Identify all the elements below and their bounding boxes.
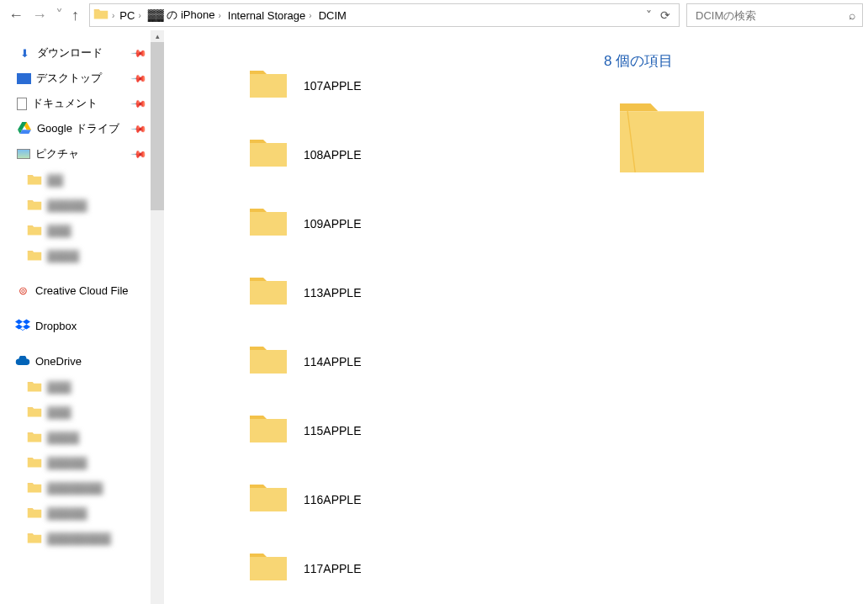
sidebar-item-dropbox[interactable]: Dropbox	[0, 313, 164, 338]
addressbar-collapse-button[interactable]: ˅	[646, 8, 652, 22]
search-input[interactable]	[694, 8, 849, 23]
sidebar-subitem[interactable]: ▓▓▓	[0, 217, 164, 242]
chevron-right-icon: ›	[218, 11, 220, 20]
sidebar-item-gdrive[interactable]: Google ドライブ 📌	[0, 116, 164, 141]
toolbar: ← → ˅ ↑ › PC› ▓▓ の iPhone› Internal Stor…	[0, 0, 868, 30]
folder-icon	[248, 412, 288, 449]
folder-icon	[27, 429, 42, 444]
sidebar-item-label: ▓▓▓▓▓▓▓▓	[47, 532, 111, 544]
sidebar-subitem[interactable]: ▓▓▓▓▓	[0, 500, 164, 525]
sidebar-subitem[interactable]: ▓▓▓▓	[0, 424, 164, 449]
folder-icon	[27, 530, 42, 545]
nav-forward-button[interactable]: →	[32, 8, 47, 23]
sidebar-item-creative-cloud[interactable]: ⊚ Creative Cloud File	[0, 278, 164, 303]
search-bar[interactable]: ⌕	[686, 3, 863, 27]
folder-item[interactable]: 116APPLE	[248, 465, 574, 534]
breadcrumb-item[interactable]: Internal Storage›	[226, 9, 314, 22]
sidebar-subitem[interactable]: ▓▓▓	[0, 374, 164, 399]
nav-recent-dropdown[interactable]: ˅	[56, 8, 63, 23]
sidebar-item-label: ▓▓▓▓▓▓▓	[47, 481, 103, 494]
folder-item[interactable]: 108APPLE	[248, 120, 574, 189]
folder-icon	[248, 343, 288, 380]
gdrive-icon	[17, 121, 32, 136]
folder-icon	[248, 274, 288, 311]
download-icon: ⬇	[17, 45, 32, 61]
folder-name: 114APPLE	[304, 355, 362, 368]
sidebar-item-label: ▓▓	[47, 173, 63, 186]
folder-icon	[616, 96, 851, 183]
breadcrumb-item[interactable]: PC›	[118, 9, 142, 22]
folder-icon	[248, 481, 288, 518]
chevron-right-icon: ›	[112, 11, 114, 20]
chevron-right-icon: ›	[138, 11, 140, 20]
sidebar-item-label: ▓▓▓	[47, 380, 71, 393]
sidebar-subitem[interactable]: ▓▓▓▓	[0, 242, 164, 268]
folder-icon	[248, 136, 288, 173]
nav-back-button[interactable]: ←	[8, 8, 24, 23]
content-area: 107APPLE 108APPLE 109APPLE 113APPLE 114A…	[164, 30, 868, 604]
folder-name: 117APPLE	[304, 562, 362, 575]
folder-item[interactable]: 109APPLE	[248, 189, 574, 258]
folder-item[interactable]: 107APPLE	[248, 51, 574, 120]
sidebar-item-desktop[interactable]: デスクトップ 📌	[0, 66, 164, 91]
folder-name: 107APPLE	[304, 79, 362, 93]
folder-icon	[27, 172, 42, 187]
search-icon[interactable]: ⌕	[849, 8, 855, 22]
sidebar-item-label: ▓▓▓▓▓	[47, 506, 87, 519]
creative-cloud-icon: ⊚	[15, 283, 30, 298]
breadcrumb-item[interactable]: DCIM	[317, 9, 348, 22]
folder-item[interactable]: 114APPLE	[248, 327, 574, 396]
folder-name: 113APPLE	[304, 286, 362, 299]
sidebar-subitem[interactable]: ▓▓	[0, 167, 164, 192]
folder-icon	[27, 222, 42, 237]
sidebar-item-label: Creative Cloud File	[35, 284, 129, 297]
sidebar-item-label: ▓▓▓	[47, 405, 71, 418]
folder-icon	[27, 197, 42, 212]
pin-icon: 📌	[130, 146, 148, 163]
folder-icon	[27, 247, 42, 262]
sidebar-item-label: ダウンロード	[37, 45, 103, 61]
sidebar-subitem[interactable]: ▓▓▓▓▓▓▓▓	[0, 525, 164, 550]
address-bar[interactable]: › PC› ▓▓ の iPhone› Internal Storage› DCI…	[89, 3, 680, 27]
folder-name: 109APPLE	[304, 217, 362, 230]
sidebar-subitem[interactable]: ▓▓▓	[0, 399, 164, 424]
breadcrumb-item[interactable]: ▓▓ の iPhone›	[146, 8, 223, 23]
sidebar-item-pictures[interactable]: ピクチャ 📌	[0, 141, 164, 167]
sidebar-item-label: ▓▓▓▓▓	[47, 456, 87, 469]
sidebar-item-documents[interactable]: ドキュメント 📌	[0, 91, 164, 116]
folder-icon	[93, 8, 108, 23]
folder-list: 107APPLE 108APPLE 109APPLE 113APPLE 114A…	[164, 30, 582, 604]
document-icon	[17, 98, 27, 110]
sidebar-item-label: ▓▓▓	[47, 224, 71, 236]
sidebar-subitem[interactable]: ▓▓▓▓▓	[0, 449, 164, 474]
folder-name: 108APPLE	[304, 148, 362, 162]
folder-icon	[27, 454, 42, 469]
sidebar-item-downloads[interactable]: ⬇ ダウンロード 📌	[0, 40, 164, 66]
nav-buttons: ← → ˅ ↑	[5, 8, 86, 23]
nav-up-button[interactable]: ↑	[71, 8, 79, 23]
preview-title: 8 個の項目	[599, 51, 851, 96]
sidebar-item-label: デスクトップ	[36, 71, 102, 86]
pin-icon: 📌	[130, 45, 148, 62]
refresh-button[interactable]: ⟳	[660, 8, 670, 22]
pin-icon: 📌	[130, 70, 148, 87]
sidebar-item-label: ▓▓▓▓▓	[47, 199, 87, 211]
onedrive-icon	[15, 353, 30, 368]
folder-item[interactable]: 117APPLE	[248, 534, 574, 603]
sidebar-subitem[interactable]: ▓▓▓▓▓▓▓	[0, 474, 164, 500]
folder-icon	[248, 205, 288, 242]
chevron-right-icon: ›	[309, 11, 311, 20]
navigation-pane: ▴ ⬇ ダウンロード 📌 デスクトップ 📌 ドキュメント 📌 Google ドラ…	[0, 30, 164, 604]
sidebar-item-label: ドキュメント	[32, 96, 98, 111]
sidebar-item-onedrive[interactable]: OneDrive	[0, 348, 164, 374]
sidebar-item-label: Google ドライブ	[37, 121, 119, 136]
folder-name: 116APPLE	[304, 493, 362, 506]
folder-name: 115APPLE	[304, 424, 362, 437]
folder-item[interactable]: 115APPLE	[248, 396, 574, 465]
folder-icon	[27, 505, 42, 520]
sidebar-item-label: ▓▓▓▓	[47, 249, 79, 262]
desktop-icon	[17, 73, 31, 84]
sidebar-subitem[interactable]: ▓▓▓▓▓	[0, 192, 164, 217]
folder-item[interactable]: 113APPLE	[248, 258, 574, 327]
folder-icon	[27, 479, 42, 495]
